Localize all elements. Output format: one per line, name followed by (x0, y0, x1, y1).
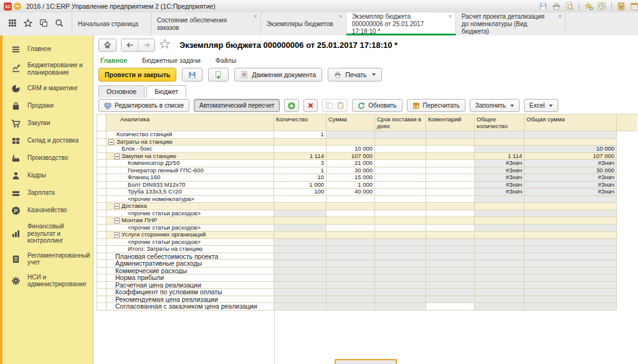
cell-total-sum[interactable] (525, 139, 617, 146)
cell-total-quantity[interactable] (475, 217, 525, 225)
cell-quantity[interactable] (274, 139, 326, 146)
cell-sum[interactable]: 107 000 (326, 153, 375, 161)
cropped-bottom-button[interactable] (335, 359, 397, 364)
cell-total-quantity[interactable] (475, 203, 525, 210)
cell-quantity[interactable]: 1 (274, 167, 326, 175)
cell-analytics[interactable]: <прочие номенклатура> (107, 196, 274, 203)
cell-comment[interactable] (426, 160, 475, 167)
print-button[interactable]: Печать (328, 68, 381, 82)
cell-delivery-term[interactable] (375, 146, 426, 153)
back-button[interactable] (121, 39, 138, 51)
cell-analytics[interactable]: <прочие статьи расходов> (107, 225, 274, 232)
cell-analytics[interactable]: Компенсатор ДУ50 (107, 160, 274, 167)
sidebar-item-hr[interactable]: Кадры (0, 167, 93, 184)
collapse-minus-icon[interactable] (114, 154, 120, 159)
sidebar-item-salary[interactable]: Зарплата (0, 184, 93, 202)
cell-sum[interactable]: 40 000 (326, 189, 375, 196)
row-selector-cell[interactable] (97, 196, 107, 203)
window-tab-2[interactable]: Состояние обеспечения заказов× (151, 12, 261, 35)
cell-analytics[interactable]: Коммерческие расходы (107, 268, 274, 275)
cell-comment[interactable] (426, 196, 475, 203)
sidebar-item-menu[interactable]: Главное (0, 40, 93, 58)
document-movements-button[interactable]: Движения документа (234, 68, 322, 82)
cell-analytics[interactable]: Монтаж ПНР (107, 217, 274, 225)
cell-delivery-term[interactable] (375, 182, 426, 189)
cell-quantity[interactable] (274, 203, 326, 210)
row-selector-cell[interactable] (97, 217, 107, 225)
apps-grid-icon[interactable] (8, 19, 17, 30)
search-icon[interactable] (55, 19, 64, 30)
cell-analytics[interactable]: Норма прибыли (107, 274, 274, 282)
cell-comment[interactable] (426, 225, 475, 232)
cell-comment[interactable] (426, 189, 475, 196)
menu-item-main[interactable]: Главное (100, 57, 127, 64)
cell-comment[interactable] (426, 203, 475, 210)
cell-analytics[interactable]: Расчетная цена реализации (107, 282, 274, 289)
row-selector-cell[interactable] (97, 153, 107, 161)
row-selector-cell[interactable] (97, 189, 107, 196)
forward-button[interactable] (138, 39, 155, 51)
row-selector-cell[interactable] (97, 268, 107, 275)
cell-delivery-term[interactable] (375, 153, 426, 161)
cell-analytics[interactable]: Услуги сторонних организаций (107, 231, 274, 239)
cell-total-sum[interactable] (525, 217, 617, 225)
cell-comment[interactable] (426, 303, 475, 310)
cell-analytics[interactable]: Согласованная с заказчиком цена реализац… (107, 303, 274, 310)
row-selector-cell[interactable] (97, 167, 107, 175)
cell-quantity[interactable]: 1 000 (274, 182, 326, 189)
edit-in-list-button[interactable]: Редактировать в списке (98, 99, 189, 112)
cell-comment[interactable] (426, 182, 475, 189)
row-selector-cell[interactable] (97, 239, 107, 246)
row-selector-cell[interactable] (97, 174, 107, 182)
cell-quantity[interactable] (274, 146, 326, 153)
cell-analytics[interactable]: Труба 133х3,5 Ст20 (107, 189, 274, 196)
cell-sum[interactable] (326, 210, 375, 218)
row-selector-cell[interactable] (97, 139, 107, 146)
copy-paste-button-group[interactable] (322, 99, 348, 112)
cell-sum[interactable] (326, 203, 375, 210)
home-button[interactable] (98, 39, 117, 52)
cell-analytics[interactable]: Административные расходы (107, 260, 274, 268)
windows-icon[interactable] (39, 19, 48, 30)
cell-sum[interactable]: 1 000 (326, 182, 375, 189)
sidebar-item-crm[interactable]: CRM и маркетинг (0, 80, 93, 97)
cell-analytics[interactable]: Рекомендуемая цена реализации (107, 296, 274, 304)
cell-delivery-term[interactable] (375, 225, 426, 232)
collapse-minus-icon[interactable] (114, 203, 120, 209)
main-menu-icon[interactable] (14, 2, 21, 10)
recalculate-button[interactable]: Пересчитать (407, 99, 465, 112)
auto-recalc-toggle[interactable]: Автоматический пересчет (194, 99, 280, 112)
cell-analytics[interactable]: Затраты на станцию (107, 139, 274, 146)
window-tab-1[interactable]: Начальная страница (72, 12, 151, 35)
close-tab-icon[interactable]: × (254, 14, 257, 20)
row-selector-cell[interactable] (97, 289, 107, 296)
cell-analytics[interactable]: Количество станций (107, 131, 274, 139)
cell-analytics[interactable]: Итого: Затраты на станцию (107, 246, 274, 253)
create-based-on-button[interactable] (208, 68, 229, 82)
cell-analytics[interactable]: <прочие статьи расходов> (107, 239, 274, 246)
sidebar-item-production[interactable]: Производство (0, 149, 93, 167)
cell-total-quantity[interactable] (475, 139, 525, 146)
row-selector-cell[interactable] (97, 260, 107, 268)
add-row-button[interactable] (284, 99, 299, 112)
window-tab-3[interactable]: Экземпляры бюджетов× (261, 12, 346, 35)
save-button[interactable] (182, 68, 202, 82)
cell-quantity[interactable]: 10 (274, 174, 326, 182)
tab-budget[interactable]: Бюджет (146, 85, 186, 98)
cell-quantity[interactable] (274, 196, 326, 203)
cell-analytics[interactable]: Доставка (107, 203, 274, 210)
cell-comment[interactable] (426, 174, 475, 182)
cell-analytics[interactable]: Коэффициент по условиям оплаты (107, 289, 274, 296)
favorites-add-icon[interactable] (584, 1, 594, 11)
cell-sum[interactable]: 30 000 (326, 167, 375, 175)
row-selector-cell[interactable] (97, 282, 107, 289)
close-tab-icon[interactable]: × (339, 14, 343, 20)
close-tab-icon[interactable]: × (449, 14, 452, 20)
cell-sum[interactable] (326, 231, 375, 239)
print-icon[interactable] (551, 1, 561, 11)
cell-analytics[interactable]: <прочие статьи расходов> (107, 210, 274, 218)
row-selector-cell[interactable] (97, 231, 107, 239)
sidebar-item-purchases[interactable]: Закупки (0, 114, 93, 132)
sidebar-item-finance[interactable]: Финансовый результат и контроллинг (0, 219, 93, 248)
sidebar-item-admin[interactable]: НСИ и администрирование (0, 270, 93, 292)
